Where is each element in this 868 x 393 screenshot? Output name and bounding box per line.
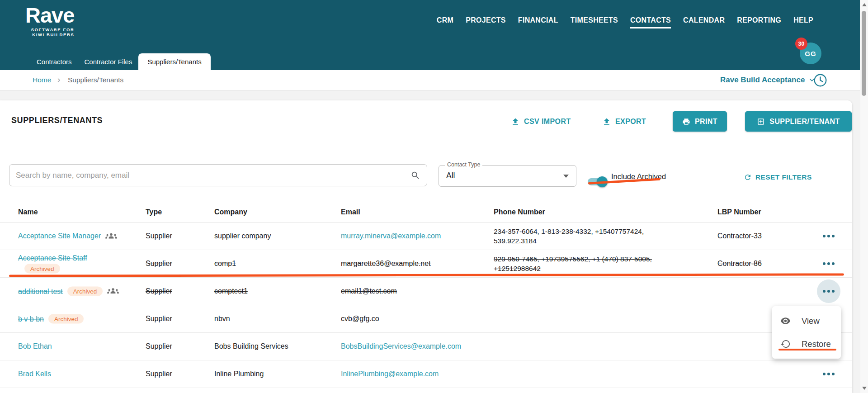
- section-tabs: ContractorsContractor FilesSuppliers/Ten…: [30, 53, 211, 70]
- nav-item-reporting[interactable]: REPORTING: [737, 16, 781, 24]
- content-background: SUPPLIERS/TENANTS CSV IMPORT EXPORT PRIN…: [0, 90, 860, 393]
- add-supplier-tenant-button[interactable]: SUPPLIER/TENANT: [745, 111, 852, 132]
- page-title: SUPPLIERS/TENANTS: [11, 116, 103, 125]
- name-cell: Acceptance Site Manager: [18, 232, 142, 240]
- tab-suppliers-tenants[interactable]: Suppliers/Tenants: [138, 53, 210, 70]
- type-cell: Supplier: [146, 370, 204, 378]
- contact-type-select[interactable]: Contact Type All: [439, 165, 576, 187]
- nav-item-crm[interactable]: CRM: [437, 16, 453, 24]
- email-cell[interactable]: InlinePlumbing@example.com: [341, 370, 490, 378]
- refresh-icon: [744, 173, 752, 181]
- contact-type-value: All: [446, 171, 455, 180]
- vertical-scrollbar[interactable]: [860, 0, 868, 393]
- email-cell: email1@test.com: [341, 287, 490, 295]
- row-actions-button[interactable]: [817, 252, 840, 275]
- content-card: SUPPLIERS/TENANTS CSV IMPORT EXPORT PRIN…: [0, 100, 852, 393]
- workspace-switcher[interactable]: Rave Build Acceptance: [720, 76, 816, 85]
- menu-item-label: Restore: [802, 339, 831, 349]
- dropdown-arrow-icon: [563, 175, 569, 178]
- phone-line: 929-950-7465, +19739575562, +1 (470) 837…: [494, 254, 688, 264]
- nav-item-projects[interactable]: PROJECTS: [466, 16, 506, 24]
- logo-tagline: SOFTWARE FOR KIWI BUILDERS: [25, 27, 74, 37]
- row-actions-button[interactable]: [817, 279, 840, 303]
- contact-name-link[interactable]: b v b bn: [18, 315, 44, 323]
- nav-item-help[interactable]: HELP: [793, 16, 813, 24]
- column-header-email: Email: [341, 208, 360, 216]
- print-button[interactable]: PRINT: [673, 111, 727, 132]
- tab-contractors[interactable]: Contractors: [30, 53, 78, 70]
- phone-cell: 929-950-7465, +19739575562, +1 (470) 837…: [494, 254, 688, 273]
- phone-line: 539.922.3184: [494, 236, 688, 246]
- menu-item-restore[interactable]: Restore: [772, 332, 841, 355]
- email-cell[interactable]: murray.minerva@example.com: [341, 232, 490, 240]
- type-cell: Supplier: [146, 342, 204, 350]
- phone-line: 234-357-6064, 1-813-238-4332, +154077574…: [494, 227, 688, 236]
- company-cell: comptest1: [214, 287, 332, 295]
- column-header-phone-number: Phone Number: [494, 208, 545, 216]
- name-cell: additional testArchived: [18, 287, 142, 296]
- main-nav: CRMPROJECTSFINANCIALTIMESHEETSCONTACTSCA…: [437, 16, 813, 24]
- history-clock-icon[interactable]: [813, 73, 828, 88]
- restore-icon: [780, 339, 791, 349]
- table-row: Acceptance Site ManagerSuppliersupplier …: [0, 223, 852, 250]
- contact-name-link[interactable]: Brad Kells: [18, 370, 51, 378]
- annotation-underline-restore: [778, 349, 836, 350]
- name-cell: Bob Ethan: [18, 342, 142, 350]
- contact-name-link[interactable]: Bob Ethan: [18, 342, 52, 350]
- name-cell: Brad Kells: [18, 370, 142, 378]
- row-actions-context-menu: ViewRestore: [772, 306, 841, 359]
- type-cell: Supplier: [146, 287, 204, 295]
- phone-line: +12512988642: [494, 264, 688, 273]
- upload-icon: [602, 117, 611, 126]
- archived-status-badge: Archived: [24, 264, 60, 274]
- name-cell: Acceptance Site StaffArchived: [18, 254, 142, 274]
- company-cell: Bobs Building Services: [214, 342, 332, 350]
- scroll-down-arrow-icon[interactable]: [862, 387, 867, 390]
- type-cell: Supplier: [146, 315, 204, 323]
- table-row: Brad KellsSupplierInline PlumbingInlineP…: [0, 360, 852, 388]
- breadcrumb-home-link[interactable]: Home: [33, 76, 51, 84]
- csv-import-button[interactable]: CSV IMPORT: [511, 112, 571, 132]
- rave-logo[interactable]: Rave SOFTWARE FOR KIWI BUILDERS: [25, 5, 74, 37]
- type-cell: Supplier: [146, 260, 204, 268]
- breadcrumb-current: Suppliers/Tenants: [68, 76, 123, 84]
- logo-brand-text: Rave: [25, 5, 74, 26]
- reset-filters-button[interactable]: RESET FILTERS: [744, 170, 812, 185]
- top-header: Rave SOFTWARE FOR KIWI BUILDERS CRMPROJE…: [0, 0, 860, 70]
- row-actions-button[interactable]: [817, 362, 840, 386]
- nav-item-contacts[interactable]: CONTACTS: [630, 16, 671, 24]
- company-cell: Inline Plumbing: [214, 370, 332, 378]
- export-button[interactable]: EXPORT: [602, 112, 646, 132]
- table-row: b v b bnArchivedSuppliernbvncvb@gfg.co: [0, 305, 852, 333]
- eye-icon: [780, 316, 791, 326]
- suppliers-tenants-page: Rave SOFTWARE FOR KIWI BUILDERS CRMPROJE…: [0, 0, 868, 393]
- email-cell: margarette36@example.net: [341, 260, 490, 268]
- search-icon[interactable]: [410, 170, 420, 180]
- company-cell: supplier company: [214, 232, 332, 240]
- contact-name-link[interactable]: Acceptance Site Staff: [18, 254, 87, 262]
- lbp-cell: Contractor-33: [717, 232, 790, 240]
- email-cell[interactable]: BobsBuildingServices@example.com: [341, 342, 490, 350]
- search-input[interactable]: [9, 171, 410, 180]
- notification-badge[interactable]: 30: [795, 38, 807, 50]
- breadcrumb-separator: ›: [57, 75, 60, 85]
- nav-item-timesheets[interactable]: TIMESHEETS: [571, 16, 618, 24]
- contact-type-label: Contact Type: [445, 161, 482, 168]
- tab-contractor-files[interactable]: Contractor Files: [78, 53, 139, 70]
- scrollbar-thumb[interactable]: [862, 11, 866, 96]
- column-header-type: Type: [146, 208, 162, 216]
- contact-name-link[interactable]: additional test: [18, 287, 63, 295]
- menu-item-view[interactable]: View: [772, 309, 841, 332]
- menu-item-label: View: [802, 316, 820, 326]
- contact-name-link[interactable]: Acceptance Site Manager: [18, 232, 101, 240]
- search-box: [9, 164, 427, 186]
- add-box-icon: [757, 118, 765, 126]
- printer-icon: [682, 118, 690, 126]
- nav-item-financial[interactable]: FINANCIAL: [518, 16, 558, 24]
- nav-item-calendar[interactable]: CALENDAR: [683, 16, 725, 24]
- row-actions-button[interactable]: [817, 224, 840, 248]
- archived-status-badge: Archived: [48, 314, 84, 324]
- lbp-cell: Contractor-86: [717, 260, 790, 268]
- column-header-name: Name: [18, 208, 38, 216]
- scroll-up-arrow-icon[interactable]: [862, 3, 867, 6]
